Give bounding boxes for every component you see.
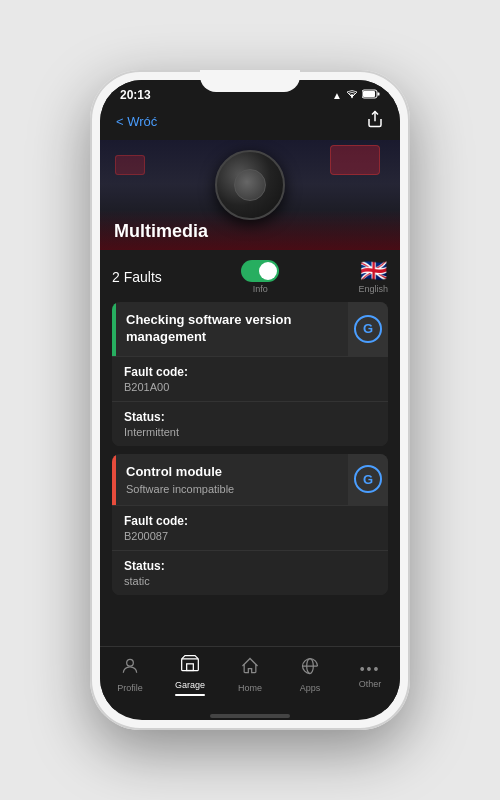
- other-icon: •••: [360, 661, 381, 677]
- nav-label-garage: Garage: [175, 680, 205, 690]
- fault-header-1: Checking software version management G: [112, 302, 388, 356]
- garage-active-indicator: [175, 694, 205, 696]
- wifi-icon: [346, 89, 358, 101]
- svg-rect-6: [182, 659, 199, 671]
- fault-subtitle-2: Software incompatible: [126, 483, 338, 495]
- nav-item-profile[interactable]: Profile: [100, 656, 160, 693]
- fault-title-area-1: Checking software version management: [116, 302, 348, 356]
- fault-card-1: Checking software version management G F…: [112, 302, 388, 446]
- home-icon: [240, 656, 260, 681]
- fault-title-area-2: Control module Software incompatible: [116, 454, 348, 505]
- nav-bar: < Wróć: [100, 106, 400, 140]
- nav-item-garage[interactable]: Garage: [160, 653, 220, 696]
- hero-title: Multimedia: [114, 221, 208, 242]
- battery-icon: [362, 89, 380, 101]
- garage-icon: [180, 653, 200, 678]
- info-label: Info: [253, 284, 268, 294]
- nav-item-apps[interactable]: Apps: [280, 656, 340, 693]
- g-icon-1: G: [354, 315, 382, 343]
- home-indicator: [210, 714, 290, 718]
- svg-point-0: [351, 97, 353, 99]
- flag-icon: 🇬🇧: [360, 260, 387, 282]
- profile-icon: [120, 656, 140, 681]
- fault-header-2: Control module Software incompatible G: [112, 454, 388, 505]
- faults-count-label: 2 Faults: [112, 269, 162, 285]
- fault-status-value-1: Intermittent: [124, 426, 376, 438]
- nav-label-home: Home: [238, 683, 262, 693]
- language-label: English: [358, 284, 388, 294]
- fault-detail-2-status: Status: static: [112, 550, 388, 595]
- fault-card-2: Control module Software incompatible G F…: [112, 454, 388, 595]
- status-icons: ▲: [332, 89, 380, 101]
- multimedia-knob: [215, 150, 285, 220]
- fault-detail-1-code: Fault code: B201A00: [112, 356, 388, 401]
- fault-status-label-1: Status:: [124, 410, 376, 424]
- info-toggle-section[interactable]: Info: [241, 260, 279, 294]
- info-toggle[interactable]: [241, 260, 279, 282]
- phone-frame: 20:13 ▲: [90, 70, 410, 730]
- nav-label-profile: Profile: [117, 683, 143, 693]
- main-content: 2 Faults Info 🇬🇧 English Checkin: [100, 250, 400, 646]
- fault-detail-2-code: Fault code: B200087: [112, 505, 388, 550]
- svg-rect-3: [378, 93, 380, 96]
- g-icon-2: G: [354, 465, 382, 493]
- fault-code-label-2: Fault code:: [124, 514, 376, 528]
- signal-icon: ▲: [332, 90, 342, 101]
- hero-image: Multimedia: [100, 140, 400, 250]
- hero-section: Multimedia: [100, 140, 400, 250]
- nav-item-other[interactable]: ••• Other: [340, 661, 400, 689]
- fault-code-label-1: Fault code:: [124, 365, 376, 379]
- svg-rect-7: [187, 664, 194, 671]
- fault-detail-1-status: Status: Intermittent: [112, 401, 388, 446]
- language-section[interactable]: 🇬🇧 English: [358, 260, 388, 294]
- nav-label-other: Other: [359, 679, 382, 689]
- apps-icon: [300, 656, 320, 681]
- fault-title-1: Checking software version management: [126, 312, 338, 346]
- fault-status-value-2: static: [124, 575, 376, 587]
- bottom-navigation: Profile Garage: [100, 646, 400, 710]
- fault-google-btn-2[interactable]: G: [348, 454, 388, 505]
- share-button[interactable]: [366, 110, 384, 132]
- back-button[interactable]: < Wróć: [116, 114, 157, 129]
- fault-google-btn-1[interactable]: G: [348, 302, 388, 356]
- fault-status-label-2: Status:: [124, 559, 376, 573]
- toggle-knob: [259, 262, 277, 280]
- fault-code-value-1: B201A00: [124, 381, 376, 393]
- svg-rect-2: [363, 91, 375, 97]
- phone-screen: 20:13 ▲: [100, 80, 400, 720]
- nav-label-apps: Apps: [300, 683, 321, 693]
- faults-summary-row: 2 Faults Info 🇬🇧 English: [112, 250, 388, 302]
- nav-item-home[interactable]: Home: [220, 656, 280, 693]
- fault-title-2: Control module: [126, 464, 338, 481]
- notch: [200, 70, 300, 92]
- svg-point-5: [127, 659, 134, 666]
- fault-code-value-2: B200087: [124, 530, 376, 542]
- status-time: 20:13: [120, 88, 151, 102]
